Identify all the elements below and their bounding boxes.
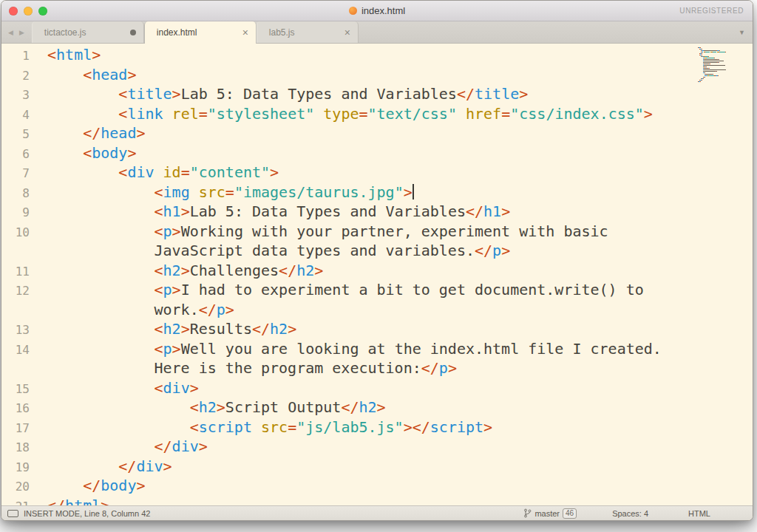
line-number: 9 [1,203,30,223]
line-number: 16 [1,399,30,419]
git-branch-icon [523,508,532,518]
code-text: <link rel="stylesheet" type="text/css" h… [30,105,653,123]
code-text: <h1>Lab 5: Data Types and Variables</h1> [30,202,510,220]
editor[interactable]: 1<html>2 <head>3 <title>Lab 5: Data Type… [1,44,753,505]
line-number: 21 [1,497,30,506]
indent-settings-label[interactable]: Spaces: 4 [612,509,648,518]
file-type-icon [349,7,357,15]
unregistered-label: UNREGISTERED [679,7,744,15]
code-line[interactable]: 1<html> [1,45,753,65]
tab-index.html[interactable]: index.html× [144,21,257,44]
tab-label: index.html [157,27,197,38]
tab-lab5.js[interactable]: lab5.js× [257,21,359,43]
tab-nav-arrows: ◀ ▶ [1,21,32,43]
zoom-window-button[interactable] [38,7,47,16]
line-number: 12 [1,282,30,301]
line-number: 11 [1,262,30,282]
code-line[interactable]: 14 <p>Well you are looking at the index.… [1,339,753,359]
tab-overflow-menu-icon[interactable]: ▼ [739,29,745,36]
status-bar: INSERT MODE, Line 8, Column 42 master 46… [1,505,753,520]
code-text: <img src="images/taurus.jpg"> [30,183,413,201]
window-title-group: index.html [349,5,405,16]
line-number: 19 [1,458,30,478]
code-line[interactable]: 19 </div> [1,457,753,477]
line-number: 4 [1,106,30,126]
tab-label: tictactoe.js [44,27,86,38]
code-text: </body> [30,477,145,494]
line-number: 14 [1,341,30,361]
tab-close-icon[interactable]: × [242,27,248,38]
titlebar: index.html UNREGISTERED [1,1,753,21]
code-line[interactable]: 8 <img src="images/taurus.jpg"> [1,183,753,202]
line-number: 7 [1,164,30,184]
code-line[interactable]: 3 <title>Lab 5: Data Types and Variables… [1,84,753,104]
line-number: 15 [1,380,30,400]
desktop: index.html UNREGISTERED ◀ ▶ tictactoe.js… [0,0,757,532]
code-line[interactable]: 17 <script src="js/lab5.js"></script> [1,417,753,437]
code-line[interactable]: 20 </body> [1,476,753,496]
code-line[interactable]: JavaScript data types and variables.</p> [1,241,753,261]
code-text: <h2>Results</h2> [30,320,296,338]
code-text: <script src="js/lab5.js"></script> [30,418,492,436]
nav-back-icon[interactable]: ◀ [8,29,13,36]
code-line[interactable]: 21</html> [1,496,753,506]
window-title: index.html [361,5,405,16]
code-line[interactable]: 9 <h1>Lab 5: Data Types and Variables</h… [1,202,753,222]
line-number: 13 [1,321,30,341]
code-line[interactable]: 12 <p>I had to experiment a bit to get d… [1,280,753,300]
code-text: </div> [30,457,172,475]
tab-label: lab5.js [269,27,295,38]
line-number: 17 [1,419,30,439]
tab-strip: tictactoe.jsindex.html×lab5.js× [32,21,359,43]
minimap[interactable] [698,47,744,83]
nav-forward-icon[interactable]: ▶ [19,29,24,36]
code-line[interactable]: 2 <head> [1,65,753,85]
code-rows: 1<html>2 <head>3 <title>Lab 5: Data Type… [1,44,753,505]
code-line[interactable]: 7 <div id="content"> [1,163,753,183]
tab-tictactoe.js[interactable]: tictactoe.js [32,21,144,43]
code-line[interactable]: 18 </div> [1,437,753,457]
code-line[interactable]: 13 <h2>Results</h2> [1,319,753,339]
code-text: <h2>Script Output</h2> [30,398,386,416]
code-text: <div id="content"> [30,163,279,181]
code-text: <p>Well you are looking at the index.htm… [30,340,662,358]
editor-window: index.html UNREGISTERED ◀ ▶ tictactoe.js… [1,0,753,521]
code-line[interactable]: 15 <div> [1,378,753,398]
git-branch-count-badge: 46 [563,508,577,519]
text-caret [413,184,414,200]
tab-bar: ◀ ▶ tictactoe.jsindex.html×lab5.js× ▼ [1,21,753,44]
status-left: INSERT MODE, Line 8, Column 42 [7,509,150,518]
line-number: 5 [1,125,30,145]
code-text: work.</p> [30,301,234,318]
line-number: 20 [1,477,30,497]
code-text: <head> [30,66,136,83]
code-text: JavaScript data types and variables.</p> [30,242,510,259]
code-line[interactable]: 5 </head> [1,123,753,143]
line-number: 18 [1,438,30,458]
code-text: <div> [30,379,199,397]
code-line[interactable]: Here is the program execution:</p> [1,358,753,378]
code-text: <title>Lab 5: Data Types and Variables</… [30,85,528,103]
code-text: <html> [30,46,101,64]
code-text: </html> [30,497,109,506]
cursor-position-label: INSERT MODE, Line 8, Column 42 [24,509,150,518]
code-text: <body> [30,144,136,162]
close-window-button[interactable] [9,7,18,16]
code-line[interactable]: 16 <h2>Script Output</h2> [1,398,753,417]
code-line[interactable]: work.</p> [1,300,753,320]
code-text: </div> [30,437,208,455]
code-text: <p>Working with your partner, experiment… [30,222,608,240]
syntax-mode-label[interactable]: HTML [688,509,710,518]
tab-close-icon[interactable]: × [344,27,350,38]
line-number: 2 [1,66,30,86]
code-line[interactable]: 4 <link rel="stylesheet" type="text/css"… [1,104,753,124]
code-line[interactable]: 10 <p>Working with your partner, experim… [1,222,753,242]
code-line[interactable]: 11 <h2>Challenges</h2> [1,261,753,281]
line-number: 10 [1,223,30,243]
line-number: 6 [1,145,30,165]
code-line[interactable]: 6 <body> [1,143,753,163]
git-branch-label: master [534,509,560,518]
git-branch-group: master 46 [523,508,577,519]
code-text: <p>I had to experiment a bit to get docu… [30,281,644,299]
minimize-window-button[interactable] [24,7,33,16]
